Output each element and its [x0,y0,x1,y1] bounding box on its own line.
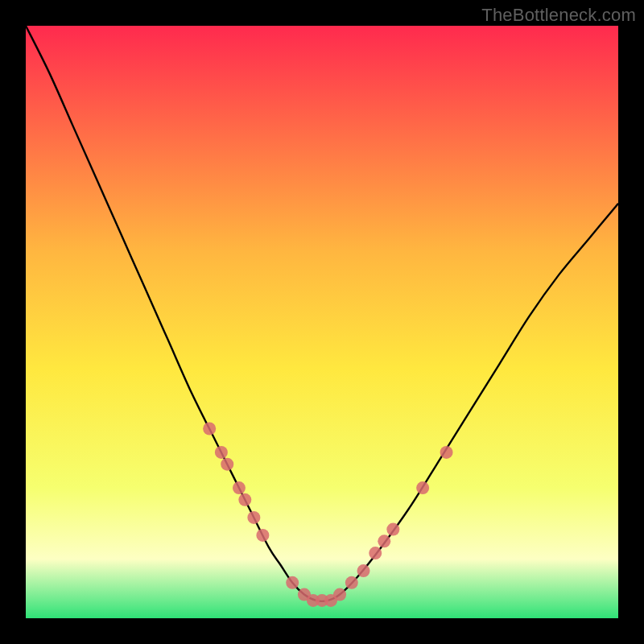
data-marker [221,458,233,471]
chart-frame: TheBottleneck.com [0,0,644,644]
plot-svg [26,26,618,618]
data-marker [369,547,382,559]
data-marker [203,422,216,435]
data-marker [256,529,269,542]
data-marker [378,535,390,547]
gradient-background [26,26,618,618]
plot-area [26,26,618,618]
data-marker [233,481,246,494]
data-marker [416,481,429,494]
data-marker [440,446,453,459]
data-marker [247,511,260,524]
data-marker [238,493,251,506]
data-marker [345,576,358,589]
data-marker [286,576,299,589]
watermark-text: TheBottleneck.com [481,5,636,26]
data-marker [386,523,399,536]
data-marker [215,446,228,459]
data-marker [333,588,346,601]
data-marker [357,564,370,577]
